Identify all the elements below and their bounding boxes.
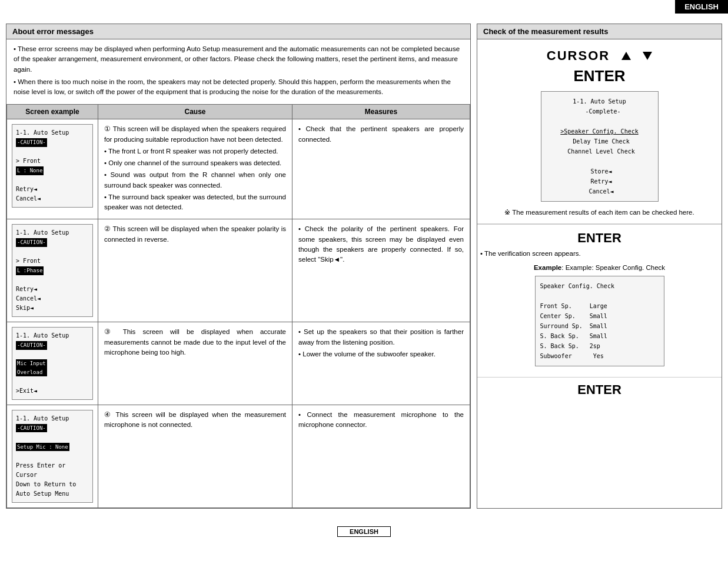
note-text: The measurement results of each item can… bbox=[483, 208, 716, 218]
enter-final-label: ENTER bbox=[477, 377, 722, 402]
highlight-4: Setup Mic : None bbox=[16, 443, 69, 451]
screen-cell-3: 1-1. Auto Setup -CAUTION- Mic InputOverl… bbox=[7, 322, 98, 405]
highlight-1: L : None bbox=[16, 166, 44, 175]
cause-number-2: ② This screen will be displayed when the… bbox=[104, 224, 286, 245]
measures-cell-4: Connect the measurement microphone to th… bbox=[292, 405, 470, 507]
intro-text: These error screens may be displayed whe… bbox=[6, 39, 470, 104]
measures-cell-1: Check that the pertinent speakers are pr… bbox=[292, 119, 470, 219]
screen-cell-1: 1-1. Auto Setup -CAUTION- > Front L : No… bbox=[7, 119, 98, 219]
cursor-label: CURSOR bbox=[547, 48, 610, 64]
left-panel-title: About error messages bbox=[6, 24, 470, 39]
screen-box-3: 1-1. Auto Setup -CAUTION- Mic InputOverl… bbox=[12, 327, 93, 399]
cause-item-1a: • The front L or front R speaker was not… bbox=[104, 146, 286, 156]
right-panel: Check of the measurement results CURSOR … bbox=[477, 24, 722, 509]
caution-badge-3: -CAUTION- bbox=[16, 341, 47, 349]
right-panel-title: Check of the measurement results bbox=[477, 24, 722, 39]
measure-item-2a: Check the polarity of the pertinent spea… bbox=[298, 224, 464, 265]
cause-item-1b: • Only one channel of the surround speak… bbox=[104, 158, 286, 168]
table-row: 1-1. Auto Setup -CAUTION- > Front L : No… bbox=[7, 119, 470, 219]
triangle-down-icon bbox=[643, 52, 652, 60]
language-header: ENGLISH bbox=[675, 0, 728, 14]
cause-number-1: ① This screen will be displayed when the… bbox=[104, 124, 286, 145]
example-bold: Example bbox=[534, 264, 561, 271]
screen-box-4: 1-1. Auto Setup -CAUTION- Setup Mic : No… bbox=[12, 410, 93, 503]
measure-item-1a: Check that the pertinent speakers are pr… bbox=[298, 124, 464, 145]
cause-item-1d: • The surround back speaker was detected… bbox=[104, 192, 286, 213]
example-label: Example: Example: Speaker Config. Check bbox=[480, 264, 719, 271]
highlight-3: Mic InputOverload bbox=[16, 359, 47, 376]
highlight-2: L :Phase bbox=[16, 266, 44, 275]
cursor-section: CURSOR ENTER 1-1. Auto Setup -Complete- … bbox=[477, 39, 722, 224]
footer-label: ENGLISH bbox=[337, 526, 391, 537]
speaker-config-box: Speaker Config. Check Front Sp. Large Ce… bbox=[535, 276, 664, 366]
footer: ENGLISH bbox=[0, 526, 728, 537]
cursor-line: CURSOR bbox=[483, 48, 716, 64]
table-row: 1-1. Auto Setup -CAUTION- > Front L :Pha… bbox=[7, 219, 470, 322]
measure-item-3b: Lower the volume of the subwoofer speake… bbox=[298, 349, 464, 359]
cause-cell-1: ① This screen will be displayed when the… bbox=[98, 119, 292, 219]
caution-badge-2: -CAUTION- bbox=[16, 238, 47, 246]
left-panel: About error messages These error screens… bbox=[6, 24, 471, 509]
col-header-cause: Cause bbox=[98, 105, 292, 119]
intro-para-1: These error screens may be displayed whe… bbox=[14, 44, 463, 75]
screen-box-2: 1-1. Auto Setup -CAUTION- > Front L :Pha… bbox=[12, 224, 93, 317]
triangle-up-icon bbox=[621, 52, 631, 60]
measures-cell-3: Set up the speakers so that their positi… bbox=[292, 322, 470, 405]
menu-box: 1-1. Auto Setup -Complete- >Speaker Conf… bbox=[541, 91, 659, 202]
cause-cell-4: ④ This screen will be displayed when the… bbox=[98, 405, 292, 507]
measure-item-3a: Set up the speakers so that their positi… bbox=[298, 327, 464, 348]
screen-cell-4: 1-1. Auto Setup -CAUTION- Setup Mic : No… bbox=[7, 405, 98, 507]
cause-number-3: ③ This screen will be displayed when acc… bbox=[104, 327, 286, 358]
measures-cell-2: Check the polarity of the pertinent spea… bbox=[292, 219, 470, 322]
enter-medium-label: ENTER bbox=[480, 231, 719, 246]
screen-box-1: 1-1. Auto Setup -CAUTION- > Front L : No… bbox=[12, 124, 93, 208]
cause-cell-3: ③ This screen will be displayed when acc… bbox=[98, 322, 292, 405]
cause-number-4: ④ This screen will be displayed when the… bbox=[104, 410, 286, 430]
table-row: 1-1. Auto Setup -CAUTION- Mic InputOverl… bbox=[7, 322, 470, 405]
caution-badge-4: -CAUTION- bbox=[16, 424, 47, 432]
caution-badge-1: -CAUTION- bbox=[16, 138, 47, 146]
col-header-screen: Screen example bbox=[7, 105, 98, 119]
col-header-measures: Measures bbox=[292, 105, 470, 119]
table-row: 1-1. Auto Setup -CAUTION- Setup Mic : No… bbox=[7, 405, 470, 507]
menu-selected: >Speaker Config. Check bbox=[560, 128, 638, 135]
error-table: Screen example Cause Measures 1-1. Auto … bbox=[6, 104, 470, 507]
enter-section: ENTER The verification screen appears. E… bbox=[477, 224, 722, 376]
enter-desc: The verification screen appears. bbox=[480, 249, 719, 259]
intro-para-2: When there is too much noise in the room… bbox=[14, 77, 463, 98]
cause-cell-2: ② This screen will be displayed when the… bbox=[98, 219, 292, 322]
cause-item-1c: • Sound was output from the R channel wh… bbox=[104, 170, 286, 191]
screen-cell-2: 1-1. Auto Setup -CAUTION- > Front L :Pha… bbox=[7, 219, 98, 322]
measure-item-4a: Connect the measurement microphone to th… bbox=[298, 410, 464, 430]
enter-label-top: ENTER bbox=[483, 67, 716, 85]
example-text: Example: Speaker Config. Check bbox=[566, 264, 665, 271]
